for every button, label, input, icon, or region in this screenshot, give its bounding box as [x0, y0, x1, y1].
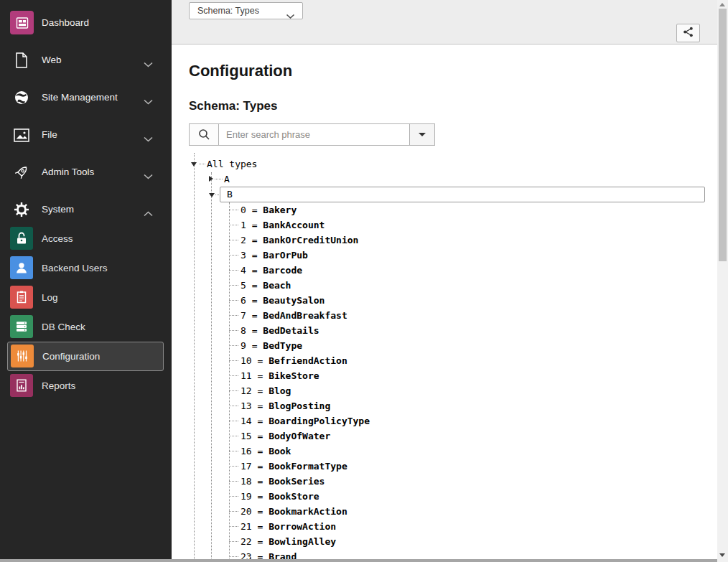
tree-node-type[interactable]: 7 = BedAndBreakfast [189, 308, 717, 323]
sidebar-item-dashboard[interactable]: Dashboard [0, 4, 172, 42]
tree-node-type[interactable]: 16 = Book [189, 444, 717, 459]
sidebar-item-label: Dashboard [42, 4, 89, 42]
tree-node-type[interactable]: 15 = BodyOfWater [189, 428, 717, 444]
tree-node-type[interactable]: 6 = BeautySalon [189, 293, 717, 308]
database-icon [10, 315, 33, 338]
tree-connector [229, 406, 238, 406]
tree-node-type[interactable]: 1 = BankAccount [189, 217, 717, 233]
sidebar-item-web[interactable]: Web [0, 42, 172, 79]
share-button[interactable] [676, 24, 700, 42]
tree-node-type[interactable]: 9 = BedType [189, 338, 717, 353]
type-index: 8 = [241, 325, 263, 336]
sidebar-item-log[interactable]: Log [0, 283, 172, 312]
collapse-toggle-icon[interactable] [191, 162, 197, 167]
chevron-down-icon [144, 132, 153, 145]
tree-node-type[interactable]: 21 = BorrowAction [189, 519, 717, 534]
expand-toggle-icon[interactable] [209, 176, 213, 182]
tree-node-type[interactable]: 0 = Bakery [189, 202, 717, 217]
tree-connector [229, 240, 238, 240]
type-index: 14 = [241, 416, 269, 426]
type-index: 2 = [241, 235, 263, 245]
sidebar-item-reports[interactable]: Reports [0, 371, 172, 401]
sidebar-item-system[interactable]: System [0, 191, 172, 228]
tree-node-type[interactable]: 4 = Barcode [189, 263, 717, 278]
tree-connector [229, 300, 238, 301]
tree-node-type[interactable]: 13 = BlogPosting [189, 398, 717, 413]
type-name: BankAccount [263, 220, 325, 230]
type-name: BookmarkAction [269, 506, 347, 517]
share-icon [683, 27, 694, 40]
tree-connector [215, 179, 223, 179]
type-name: BarOrPub [263, 250, 308, 261]
sidebar-item-label: Reports [42, 371, 75, 401]
tree-node-type[interactable]: 14 = BoardingPolicyType [189, 413, 717, 428]
document-icon [13, 52, 30, 69]
tree-connector [229, 436, 238, 436]
sidebar-item-label: Log [42, 283, 58, 312]
tree-node-type[interactable]: 3 = BarOrPub [189, 248, 717, 263]
type-name: BoardingPolicyType [269, 416, 370, 426]
sidebar-item-backend-users[interactable]: Backend Users [0, 253, 172, 283]
tree-node-b[interactable]: B [189, 187, 717, 202]
tree-node-type[interactable]: 23 = Brand [189, 549, 717, 559]
tree-connector [229, 390, 238, 391]
content-area: Configuration Schema: Types All types [172, 45, 717, 559]
tree-node-all-types[interactable]: All types [189, 156, 717, 172]
horizontal-scrollbar-thumb[interactable] [0, 559, 717, 562]
type-index: 13 = [241, 401, 269, 411]
type-index: 23 = [241, 551, 269, 559]
scroll-down-arrow-icon[interactable] [719, 553, 725, 557]
search-input[interactable] [218, 123, 410, 146]
tree-node-type[interactable]: 5 = Beach [189, 278, 717, 293]
module-sidebar: Dashboard Web Site Manag [0, 0, 172, 562]
tree-connector [229, 345, 238, 346]
type-name: BorrowAction [269, 521, 336, 532]
type-name: BedType [263, 340, 302, 351]
tree-node-type[interactable]: 19 = BookStore [189, 489, 717, 504]
sidebar-item-configuration[interactable]: Configuration [7, 342, 164, 371]
vertical-scrollbar-thumb[interactable] [719, 9, 727, 261]
tree-node-type[interactable]: 11 = BikeStore [189, 368, 717, 383]
tree-connector [229, 466, 238, 467]
tree-node-type[interactable]: 8 = BedDetails [189, 323, 717, 338]
tree-node-label: All types [207, 156, 257, 172]
collapse-toggle-icon[interactable] [209, 193, 215, 197]
schema-select[interactable]: Schema: Types [189, 2, 303, 19]
sidebar-item-label: Access [42, 224, 73, 253]
caret-down-icon [419, 133, 426, 136]
tree-connector [229, 511, 238, 512]
tree-node-type[interactable]: 20 = BookmarkAction [189, 504, 717, 519]
tree-node-type[interactable]: 2 = BankOrCreditUnion [189, 233, 717, 248]
tree-node-type[interactable]: 22 = BowlingAlley [189, 534, 717, 549]
tree-connector [229, 210, 238, 210]
types-tree: All types A B 0 = Bakery [189, 156, 717, 544]
scroll-up-arrow-icon[interactable] [719, 3, 725, 6]
sidebar-item-site-management[interactable]: Site Management [0, 79, 172, 116]
type-index: 15 = [241, 431, 269, 441]
vertical-scrollbar[interactable] [717, 0, 728, 562]
tree-connector [229, 270, 238, 271]
sidebar-item-db-check[interactable]: DB Check [0, 312, 172, 342]
tree-node-type[interactable]: 17 = BookFormatType [189, 459, 717, 474]
type-index: 22 = [241, 536, 269, 547]
sidebar-item-access[interactable]: Access [0, 224, 172, 253]
globe-icon [13, 89, 30, 106]
sidebar-item-label: Web [42, 42, 62, 79]
tree-node-type[interactable]: 18 = BookSeries [189, 474, 717, 489]
tree-node-type[interactable]: 10 = BefriendAction [189, 353, 717, 368]
tree-connector [229, 526, 238, 527]
lock-open-icon [10, 227, 33, 250]
tree-node-a[interactable]: A [189, 172, 717, 187]
image-icon [13, 126, 30, 144]
page-title: Configuration [189, 62, 717, 80]
sidebar-item-admin-tools[interactable]: Admin Tools [0, 154, 172, 191]
type-index: 18 = [241, 476, 269, 487]
sidebar-item-file[interactable]: File [0, 116, 172, 154]
type-name: BookStore [269, 491, 319, 502]
tree-connector [229, 285, 238, 286]
tree-node-type[interactable]: 12 = Blog [189, 383, 717, 398]
type-name: BedAndBreakfast [263, 310, 347, 321]
tree-node-b-selected-box[interactable]: B [220, 187, 705, 202]
tree-connector [229, 451, 238, 451]
search-dropdown-button[interactable] [410, 123, 435, 146]
